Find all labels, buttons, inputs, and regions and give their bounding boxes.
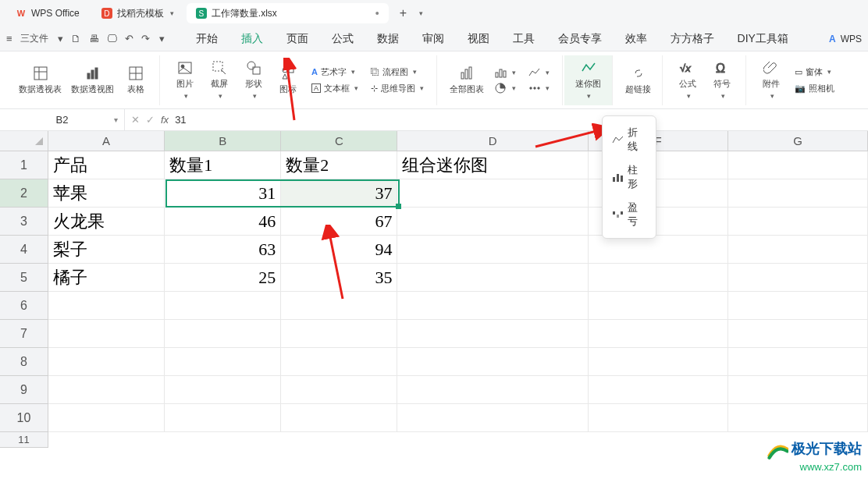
cell-F7[interactable] bbox=[589, 320, 728, 348]
cell-F4[interactable] bbox=[589, 236, 728, 264]
cell-B3[interactable]: 46 bbox=[165, 208, 281, 236]
cell-A8[interactable] bbox=[48, 348, 165, 376]
cell-G2[interactable] bbox=[728, 179, 868, 208]
mindmap-button[interactable]: ⊹思维导图▾ bbox=[368, 81, 427, 96]
chevron-down-icon[interactable]: ▾ bbox=[159, 33, 165, 44]
cell-A5[interactable]: 橘子 bbox=[48, 264, 165, 292]
fx-cancel-icon[interactable]: ✕ bbox=[131, 114, 140, 126]
cell-B1[interactable]: 数量1 bbox=[165, 151, 281, 179]
name-box[interactable]: B2 ▾ bbox=[0, 109, 125, 130]
print-icon[interactable]: 🖶 bbox=[89, 33, 99, 44]
cell-A1[interactable]: 产品 bbox=[48, 151, 165, 179]
cell-B9[interactable] bbox=[165, 376, 281, 404]
row-head-9[interactable]: 9 bbox=[0, 376, 48, 404]
row-head-1[interactable]: 1 bbox=[0, 151, 48, 179]
cell-G10[interactable] bbox=[728, 404, 868, 432]
tab-template[interactable]: D 找稻壳模板 ▾ bbox=[92, 3, 183, 23]
cell-C9[interactable] bbox=[281, 376, 397, 404]
cell-F10[interactable] bbox=[589, 404, 728, 432]
save-icon[interactable]: 🗋 bbox=[71, 33, 81, 44]
shape-button[interactable]: 形状▾ bbox=[237, 59, 271, 101]
cell-A7[interactable] bbox=[48, 320, 165, 348]
fx-icon[interactable]: fx bbox=[161, 114, 169, 126]
form-button[interactable]: ▭窗体▾ bbox=[792, 65, 838, 80]
ribbon-tab-review[interactable]: 审阅 bbox=[422, 32, 444, 46]
col-head-C[interactable]: C bbox=[281, 131, 397, 151]
cell-G1[interactable] bbox=[728, 151, 868, 179]
tab-add-button[interactable]: + bbox=[392, 6, 414, 20]
formula-value[interactable]: 31 bbox=[175, 114, 186, 126]
cell-D5[interactable] bbox=[397, 264, 589, 292]
cell-D7[interactable] bbox=[397, 320, 589, 348]
cell-G6[interactable] bbox=[728, 292, 868, 320]
row-head-10[interactable]: 10 bbox=[0, 404, 48, 432]
row-head-7[interactable]: 7 bbox=[0, 320, 48, 348]
cell-B2[interactable]: 31 bbox=[165, 179, 281, 208]
sparkline-winloss-item[interactable]: 盈亏 bbox=[606, 196, 653, 233]
row-head-6[interactable]: 6 bbox=[0, 292, 48, 320]
cell-F5[interactable] bbox=[589, 264, 728, 292]
chevron-down-icon[interactable]: ▾ bbox=[419, 9, 423, 17]
cell-C10[interactable] bbox=[281, 404, 397, 432]
cell-A4[interactable]: 梨子 bbox=[48, 236, 165, 264]
select-all-corner[interactable] bbox=[0, 131, 48, 151]
cell-D1[interactable]: 组合迷你图 bbox=[397, 151, 589, 179]
chevron-down-icon[interactable]: ▾ bbox=[58, 33, 63, 44]
hamburger-icon[interactable]: ≡ bbox=[6, 33, 12, 44]
table-button[interactable]: 表格 bbox=[119, 64, 153, 97]
ribbon-tab-efficiency[interactable]: 效率 bbox=[625, 32, 647, 46]
symbol-button[interactable]: Ω 符号▾ bbox=[705, 59, 739, 101]
cell-B7[interactable] bbox=[165, 320, 281, 348]
cell-D2[interactable] bbox=[397, 179, 589, 208]
redo-icon[interactable]: ↷ bbox=[141, 33, 150, 44]
chevron-down-icon[interactable]: ▾ bbox=[114, 115, 118, 124]
cell-C8[interactable] bbox=[281, 348, 397, 376]
textbox-button[interactable]: A文本框▾ bbox=[308, 81, 361, 96]
cell-B8[interactable] bbox=[165, 348, 281, 376]
cell-B6[interactable] bbox=[165, 292, 281, 320]
col-head-B[interactable]: B bbox=[165, 131, 281, 151]
col-head-A[interactable]: A bbox=[48, 131, 165, 151]
pie-chart-button[interactable]: ▾ bbox=[492, 81, 519, 95]
cell-D9[interactable] bbox=[397, 376, 589, 404]
ribbon-tab-fgz[interactable]: 方方格子 bbox=[671, 32, 714, 46]
attachment-button[interactable]: 附件▾ bbox=[754, 59, 788, 101]
cell-G4[interactable] bbox=[728, 236, 868, 264]
cell-C7[interactable] bbox=[281, 320, 397, 348]
tab-wps-home[interactable]: W WPS Office bbox=[6, 3, 89, 23]
cell-F6[interactable] bbox=[589, 292, 728, 320]
wps-ai-icon[interactable]: A bbox=[829, 34, 836, 44]
row-head-8[interactable]: 8 bbox=[0, 348, 48, 376]
ribbon-tab-start[interactable]: 开始 bbox=[196, 32, 218, 46]
picture-button[interactable]: 图片▾ bbox=[168, 59, 202, 101]
hyperlink-button[interactable]: 超链接 bbox=[621, 64, 656, 97]
cell-C1[interactable]: 数量2 bbox=[281, 151, 397, 179]
row-head-4[interactable]: 4 bbox=[0, 236, 48, 264]
row-head-11[interactable]: 11 bbox=[0, 432, 48, 448]
cell-D8[interactable] bbox=[397, 348, 589, 376]
fx-confirm-icon[interactable]: ✓ bbox=[146, 114, 155, 126]
undo-icon[interactable]: ↶ bbox=[125, 33, 133, 44]
cell-D6[interactable] bbox=[397, 292, 589, 320]
pivot-view-button[interactable]: 数据透视图 bbox=[66, 64, 119, 97]
ribbon-tab-formula[interactable]: 公式 bbox=[332, 32, 354, 46]
row-head-2[interactable]: 2 bbox=[0, 179, 48, 208]
ribbon-tab-tools[interactable]: 工具 bbox=[513, 32, 535, 46]
ribbon-tab-insert[interactable]: 插入 bbox=[241, 32, 263, 46]
cell-F9[interactable] bbox=[589, 376, 728, 404]
grid[interactable]: 产品 数量1 数量2 组合迷你图 苹果 31 37 火龙果 46 67 梨子 6… bbox=[48, 151, 868, 432]
cell-A6[interactable] bbox=[48, 292, 165, 320]
cell-G9[interactable] bbox=[728, 376, 868, 404]
all-charts-button[interactable]: 全部图表 bbox=[445, 64, 489, 97]
ribbon-tab-diy[interactable]: DIY工具箱 bbox=[738, 32, 788, 46]
file-menu[interactable]: 三文件 bbox=[20, 32, 48, 45]
row-head-5[interactable]: 5 bbox=[0, 264, 48, 292]
more-chart-button[interactable]: ▾ bbox=[525, 81, 553, 95]
wordart-button[interactable]: A艺术字▾ bbox=[308, 65, 361, 80]
close-icon[interactable]: • bbox=[375, 7, 379, 20]
row-head-3[interactable]: 3 bbox=[0, 208, 48, 236]
sparkline-line-item[interactable]: 折线 bbox=[606, 121, 653, 158]
flowchart-button[interactable]: ⿻流程图▾ bbox=[368, 65, 427, 80]
cell-G3[interactable] bbox=[728, 208, 868, 236]
cell-D3[interactable] bbox=[397, 208, 589, 236]
